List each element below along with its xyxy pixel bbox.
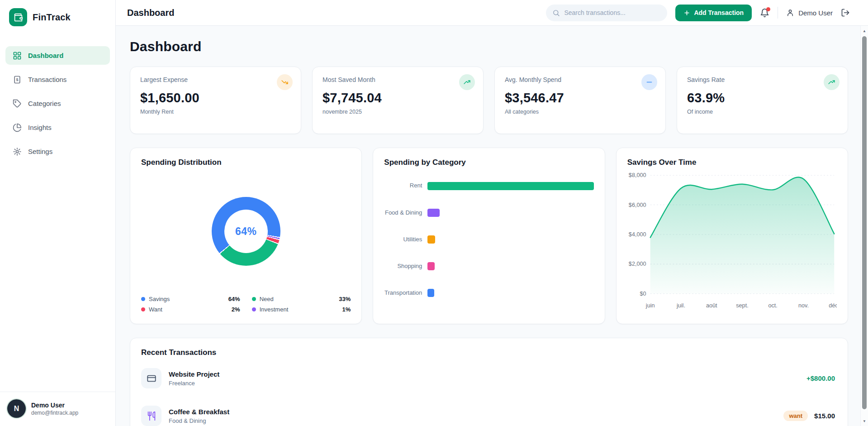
notifications-button[interactable] xyxy=(760,8,769,18)
stat-card-most-saved-month: Most Saved Month $7,745.04 novembre 2025 xyxy=(312,67,484,134)
charts-row: Spending Distribution 64% Savings64% Nee… xyxy=(130,148,848,324)
bar-category-label: Shopping xyxy=(384,263,422,270)
header-user-name: Demo User xyxy=(798,9,833,17)
panel-title: Spending Distribution xyxy=(141,158,351,167)
receipt-icon: $ xyxy=(13,75,22,84)
sidebar-item-label: Categories xyxy=(28,100,61,107)
area-chart-svg: $8,000$6,000$4,000$2,000$0 juinjuil.août… xyxy=(627,169,837,314)
want-badge: want xyxy=(783,411,808,421)
bar-row: Shopping xyxy=(384,262,593,270)
stat-label: Avg. Monthly Spend xyxy=(505,76,655,83)
svg-text:$: $ xyxy=(16,77,18,82)
notification-dot xyxy=(766,7,770,11)
stat-card-savings-rate: Savings Rate 63.9% Of income xyxy=(677,67,848,134)
bar-fill xyxy=(427,182,593,190)
svg-text:oct.: oct. xyxy=(768,302,777,309)
bar-fill xyxy=(427,209,440,217)
search-icon xyxy=(552,9,560,17)
pie-chart-icon xyxy=(13,123,22,132)
user-name: Demo User xyxy=(31,402,78,409)
credit-card-icon xyxy=(141,368,161,388)
transactions-list: Website Project Freelance +$800.00 Coffe… xyxy=(141,368,835,426)
sidebar-nav: Dashboard $ Transactions Categories Insi… xyxy=(0,35,115,161)
legend-item-want: Want2% xyxy=(141,306,240,313)
sidebar-item-label: Insights xyxy=(28,124,52,131)
svg-text:$6,000: $6,000 xyxy=(629,202,646,208)
scrollbar-down-arrow[interactable]: ▼ xyxy=(861,418,868,424)
svg-text:août: août xyxy=(706,302,717,309)
stat-sub: Of income xyxy=(687,109,838,115)
donut-legend: Savings64% Need33% Want2% Investment1% xyxy=(141,296,351,314)
logout-button[interactable] xyxy=(841,8,850,17)
avatar: N xyxy=(7,399,26,418)
header-user-menu[interactable]: Demo User xyxy=(786,9,833,17)
category-bar-chart: RentFood & DiningUtilitiesShoppingTransp… xyxy=(384,167,593,314)
stat-card-largest-expense: Largest Expense $1,650.00 Monthly Rent xyxy=(130,67,301,134)
bar-row: Utilities xyxy=(384,235,593,244)
scrollbar-up-arrow[interactable]: ▲ xyxy=(861,28,868,34)
transaction-row[interactable]: Website Project Freelance +$800.00 xyxy=(141,368,835,388)
dashboard-grid-icon xyxy=(13,51,22,60)
spending-by-category-panel: Spending by Category RentFood & DiningUt… xyxy=(373,148,605,324)
sidebar-item-dashboard[interactable]: Dashboard xyxy=(5,46,110,65)
legend-dot xyxy=(252,307,256,311)
stat-label: Savings Rate xyxy=(687,76,838,83)
stat-value: $3,546.47 xyxy=(505,91,655,105)
bar-row: Rent xyxy=(384,182,593,190)
bar-track xyxy=(427,182,593,190)
bar-track xyxy=(427,235,593,244)
legend-item-investment: Investment1% xyxy=(252,306,351,313)
legend-item-need: Need33% xyxy=(252,296,351,302)
svg-text:nov.: nov. xyxy=(798,302,809,309)
transaction-name: Coffee & Breakfast xyxy=(169,408,229,416)
sidebar-item-insights[interactable]: Insights xyxy=(5,118,110,137)
scrollbar-thumb[interactable] xyxy=(862,36,867,409)
stat-value: $1,650.00 xyxy=(140,91,291,105)
bar-category-label: Transportation xyxy=(384,289,422,297)
sidebar-user-box[interactable]: N Demo User demo@fintrack.app xyxy=(0,392,115,426)
sidebar-item-categories[interactable]: Categories xyxy=(5,94,110,113)
svg-text:$2,000: $2,000 xyxy=(629,261,646,267)
bar-track xyxy=(427,262,593,270)
stat-sub: novembre 2025 xyxy=(323,109,473,115)
plus-icon xyxy=(683,10,690,16)
stat-card-avg-monthly-spend: Avg. Monthly Spend $3,546.47 All categor… xyxy=(494,67,666,134)
trending-down-icon xyxy=(277,74,293,90)
transaction-row[interactable]: Coffee & Breakfast Food & Dining want $1… xyxy=(141,406,835,426)
add-transaction-button[interactable]: Add Transaction xyxy=(675,5,752,21)
sidebar-item-transactions[interactable]: $ Transactions xyxy=(5,70,110,89)
vertical-scrollbar[interactable]: ▲ ▼ xyxy=(860,26,868,426)
donut-chart: 64% xyxy=(212,197,280,266)
svg-text:juil.: juil. xyxy=(676,302,685,309)
wallet-logo-icon xyxy=(9,8,27,26)
topbar-title: Dashboard xyxy=(127,8,174,18)
savings-over-time-panel: Savings Over Time $8,000$6,000$4,000$2,0… xyxy=(616,148,848,324)
utensils-icon xyxy=(141,406,161,426)
recent-transactions-card: Recent Transactions Website Project Free… xyxy=(130,338,848,426)
stat-value: 63.9% xyxy=(687,91,838,105)
transaction-amount: +$800.00 xyxy=(806,374,835,382)
sidebar-item-label: Transactions xyxy=(28,76,66,83)
svg-text:$4,000: $4,000 xyxy=(629,231,646,238)
spending-distribution-panel: Spending Distribution 64% Savings64% Nee… xyxy=(130,148,362,324)
page-title: Dashboard xyxy=(130,39,848,54)
transaction-name: Website Project xyxy=(169,370,219,378)
sidebar-item-settings[interactable]: Settings xyxy=(5,142,110,161)
gear-icon xyxy=(13,147,22,156)
trending-up-icon xyxy=(824,74,840,90)
recent-transactions-title: Recent Transactions xyxy=(141,348,835,357)
bar-fill xyxy=(427,235,435,244)
bar-row: Transportation xyxy=(384,289,593,297)
svg-text:juin: juin xyxy=(645,302,655,309)
logout-icon xyxy=(841,8,850,17)
stat-label: Largest Expense xyxy=(140,76,291,83)
bar-row: Food & Dining xyxy=(384,209,593,217)
minus-icon xyxy=(641,74,657,90)
svg-text:$0: $0 xyxy=(640,291,646,297)
legend-dot xyxy=(141,307,145,311)
stat-sub: Monthly Rent xyxy=(140,109,291,115)
bar-category-label: Rent xyxy=(384,182,422,189)
search-box[interactable] xyxy=(546,5,667,21)
top-bar: Dashboard Add Transaction Demo User xyxy=(116,0,868,26)
search-input[interactable] xyxy=(564,9,661,16)
